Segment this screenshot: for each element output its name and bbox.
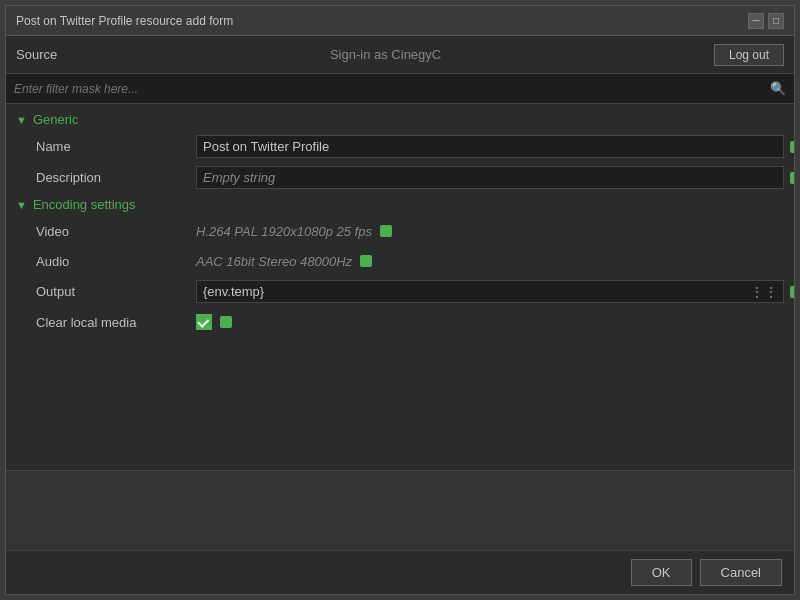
output-value-wrap: ⋮⋮: [196, 280, 784, 303]
encoding-section-header[interactable]: ▼ Encoding settings: [6, 193, 794, 216]
clear-local-media-value-wrap: [196, 314, 784, 330]
dialog-title: Post on Twitter Profile resource add for…: [16, 14, 233, 28]
output-label: Output: [36, 284, 196, 299]
name-indicator: [790, 141, 794, 153]
output-indicator: [790, 286, 794, 298]
dialog: Post on Twitter Profile resource add for…: [5, 5, 795, 595]
restore-button[interactable]: □: [768, 13, 784, 29]
bottom-panel: [6, 470, 794, 550]
generic-arrow: ▼: [16, 114, 27, 126]
search-icon: 🔍: [770, 81, 786, 96]
video-value: H.264 PAL 1920x1080p 25 fps: [196, 224, 372, 239]
audio-value: AAC 16bit Stereo 48000Hz: [196, 254, 352, 269]
clear-local-media-indicator: [220, 316, 232, 328]
audio-label: Audio: [36, 254, 196, 269]
encoding-label: Encoding settings: [33, 197, 136, 212]
title-bar-buttons: ─ □: [748, 13, 784, 29]
search-bar: 🔍: [6, 74, 794, 104]
description-indicator: [790, 172, 794, 184]
logout-button[interactable]: Log out: [714, 44, 784, 66]
output-input[interactable]: [196, 280, 784, 303]
cancel-button[interactable]: Cancel: [700, 559, 782, 586]
description-input[interactable]: [196, 166, 784, 189]
generic-section-header[interactable]: ▼ Generic: [6, 108, 794, 131]
title-bar: Post on Twitter Profile resource add for…: [6, 6, 794, 36]
name-label: Name: [36, 139, 196, 154]
generic-label: Generic: [33, 112, 79, 127]
description-value-wrap: [196, 166, 784, 189]
name-field-row: Name: [6, 131, 794, 162]
audio-field-row: Audio AAC 16bit Stereo 48000Hz: [6, 246, 794, 276]
description-label: Description: [36, 170, 196, 185]
clear-local-media-checkbox[interactable]: [196, 314, 212, 330]
toolbar: Source Sign-in as CinegyC Log out: [6, 36, 794, 74]
grid-icon[interactable]: ⋮⋮: [750, 284, 778, 300]
clear-local-media-field-row: Clear local media: [6, 307, 794, 337]
description-field-row: Description: [6, 162, 794, 193]
video-field-row: Video H.264 PAL 1920x1080p 25 fps: [6, 216, 794, 246]
output-field-row: Output ⋮⋮: [6, 276, 794, 307]
encoding-arrow: ▼: [16, 199, 27, 211]
search-input[interactable]: [14, 82, 770, 96]
audio-indicator: [360, 255, 372, 267]
name-value-wrap: [196, 135, 784, 158]
ok-button[interactable]: OK: [631, 559, 692, 586]
minimize-button[interactable]: ─: [748, 13, 764, 29]
clear-local-media-label: Clear local media: [36, 315, 196, 330]
footer: OK Cancel: [6, 550, 794, 594]
name-input[interactable]: [196, 135, 784, 158]
content-area: ▼ Generic Name Description ▼ Encoding se…: [6, 104, 794, 470]
source-label: Source: [16, 47, 57, 62]
video-indicator: [380, 225, 392, 237]
video-value-wrap: H.264 PAL 1920x1080p 25 fps: [196, 224, 784, 239]
audio-value-wrap: AAC 16bit Stereo 48000Hz: [196, 254, 784, 269]
signin-label: Sign-in as CinegyC: [57, 47, 714, 62]
video-label: Video: [36, 224, 196, 239]
clear-local-media-checkbox-wrap: [196, 314, 212, 330]
